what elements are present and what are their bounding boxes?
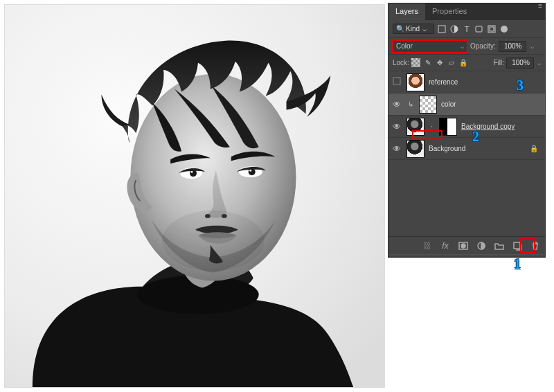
layer-row-background-copy[interactable]: 👁 𐄁 Background copy xyxy=(388,116,545,138)
clip-indicator-icon: ↳ xyxy=(408,100,413,108)
svg-point-5 xyxy=(191,171,193,173)
layer-thumbnail[interactable] xyxy=(406,140,425,158)
layers-panel: ≡ × Layers Properties 🔍 Kind ⌵ T Color ⌵… xyxy=(388,3,546,258)
lock-row: Lock: ✎ ✥ ▱ 🔒 Fill: 100% ⌵ xyxy=(388,55,545,71)
layer-mask-thumbnail[interactable] xyxy=(439,118,457,136)
layer-name[interactable]: Background xyxy=(429,145,465,152)
svg-rect-16 xyxy=(490,27,494,31)
panel-tabs: Layers Properties xyxy=(388,3,545,20)
svg-point-11 xyxy=(162,211,264,271)
blend-opacity-row: Color ⌵ Opacity: 100% ⌵ xyxy=(388,38,545,55)
svg-rect-17 xyxy=(393,78,400,84)
visibility-toggle[interactable]: 👁 xyxy=(391,100,402,109)
fill-label: Fill: xyxy=(493,59,504,66)
layer-filter-row: 🔍 Kind ⌵ T xyxy=(388,20,545,38)
layer-thumbnail[interactable] xyxy=(419,96,437,114)
chevron-down-icon[interactable]: ⌵ xyxy=(530,43,534,50)
annotation-2: 2 xyxy=(472,129,479,145)
layer-name[interactable]: Background copy xyxy=(461,123,515,130)
close-icon[interactable]: × xyxy=(391,0,395,2)
link-layers-icon[interactable]: ⛓ xyxy=(422,240,433,251)
lock-brush-icon[interactable]: ✎ xyxy=(423,58,433,68)
visibility-toggle[interactable]: 👁 xyxy=(391,122,402,132)
layer-row-background[interactable]: 👁 Background 🔒 xyxy=(388,138,545,160)
adjustment-layer-icon[interactable] xyxy=(476,240,487,251)
svg-rect-21 xyxy=(514,242,520,249)
lock-artboard-icon[interactable]: ▱ xyxy=(447,58,456,68)
visibility-toggle[interactable] xyxy=(391,76,402,88)
filter-toggle[interactable] xyxy=(501,26,508,33)
add-mask-icon[interactable] xyxy=(458,240,469,251)
layer-row-color[interactable]: 👁 ↳ color xyxy=(388,93,545,116)
filter-shape-icon[interactable] xyxy=(474,24,484,34)
chevron-down-icon[interactable]: ⌵ xyxy=(537,60,541,66)
tab-properties[interactable]: Properties xyxy=(425,3,474,20)
annotation-3: 3 xyxy=(517,78,524,93)
filter-kind-label: Kind xyxy=(406,25,420,33)
lock-label: Lock: xyxy=(393,59,409,66)
layer-thumbnail[interactable] xyxy=(406,73,425,91)
blend-mode-dropdown[interactable]: Color ⌵ xyxy=(393,40,467,53)
layer-name[interactable]: reference xyxy=(429,78,458,86)
blend-mode-value: Color xyxy=(396,42,413,50)
layer-thumbnail[interactable] xyxy=(406,118,425,136)
visibility-toggle[interactable]: 👁 xyxy=(391,144,402,154)
lock-icon: 🔒 xyxy=(530,145,542,152)
panel-menu-icon[interactable]: ≡ xyxy=(538,2,542,10)
layer-name[interactable]: color xyxy=(441,100,456,108)
tab-layers[interactable]: Layers xyxy=(388,3,425,20)
new-group-icon[interactable] xyxy=(494,240,505,251)
link-mask-icon[interactable]: 𐄁 xyxy=(429,123,435,130)
delete-layer-icon[interactable] xyxy=(530,240,541,251)
opacity-label: Opacity: xyxy=(470,42,496,50)
portrait-image xyxy=(5,5,384,387)
document-canvas[interactable] xyxy=(4,4,385,388)
svg-point-19 xyxy=(461,244,465,248)
lock-transparency-icon[interactable] xyxy=(411,58,421,68)
svg-rect-14 xyxy=(476,26,482,32)
svg-rect-12 xyxy=(438,26,445,33)
filter-pixel-icon[interactable] xyxy=(437,24,447,34)
svg-point-8 xyxy=(249,170,251,172)
filter-kind-dropdown[interactable]: 🔍 Kind ⌵ xyxy=(393,24,434,34)
filter-adjust-icon[interactable] xyxy=(449,24,459,34)
opacity-input[interactable]: 100% xyxy=(499,41,526,52)
layers-bottom-toolbar: ⛓ fx xyxy=(388,236,545,254)
annotation-1: 1 xyxy=(514,256,521,272)
lock-all-icon[interactable]: 🔒 xyxy=(458,58,468,68)
new-layer-icon[interactable] xyxy=(512,240,523,251)
chevron-down-icon: ⌵ xyxy=(461,43,464,50)
fill-input[interactable]: 100% xyxy=(506,57,534,69)
lock-position-icon[interactable]: ✥ xyxy=(435,58,445,68)
panel-resize-handle[interactable] xyxy=(388,254,545,257)
filter-type-icon[interactable]: T xyxy=(462,24,472,34)
fx-icon[interactable]: fx xyxy=(440,240,451,251)
filter-smart-icon[interactable] xyxy=(487,24,497,34)
